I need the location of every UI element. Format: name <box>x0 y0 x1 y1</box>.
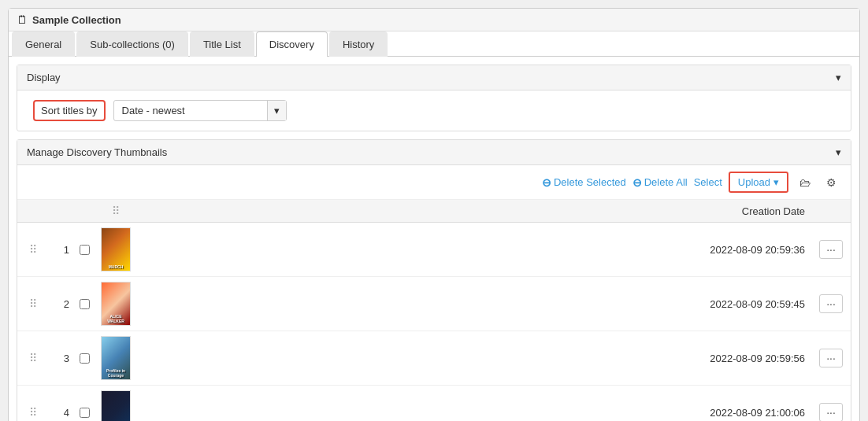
row-drag-handle[interactable]: ⠿ <box>17 243 49 256</box>
row-number: 3 <box>49 353 72 364</box>
row-drag-handle[interactable]: ⠿ <box>17 352 49 364</box>
row-number: 2 <box>49 298 72 310</box>
upload-button[interactable]: Upload ▾ <box>729 172 788 193</box>
drag-dots-icon: ⠿ <box>96 205 135 217</box>
row-checkbox[interactable] <box>72 245 96 255</box>
sort-row: Sort titles by Date - newest ▾ <box>33 100 835 121</box>
book-cover-image: Profiles in Courage <box>101 336 131 380</box>
delete-all-button[interactable]: ⊖ Delete All <box>632 176 688 189</box>
col-thumb: ⠿ <box>96 205 135 217</box>
row-more-button[interactable]: ··· <box>819 240 843 259</box>
sort-select[interactable]: Date - newest ▾ <box>113 100 287 121</box>
sort-label: Sort titles by <box>33 100 106 121</box>
row-thumbnail: ALICE WALKER <box>96 280 135 327</box>
settings-icon[interactable]: ⚙ <box>822 173 841 192</box>
row-number: 4 <box>49 407 72 419</box>
tab-discovery[interactable]: Discovery <box>256 31 328 57</box>
table-row: ⠿ 2 ALICE WALKER 2022-08-09 20:59:45 ··· <box>17 277 851 331</box>
book-cover-image: Sophie's Choice <box>101 390 131 421</box>
display-section-body: Sort titles by Date - newest ▾ <box>17 90 851 131</box>
row-checkbox[interactable] <box>72 299 96 309</box>
row-drag-handle[interactable]: ⠿ <box>17 297 49 310</box>
row-number: 1 <box>49 244 72 256</box>
row-thumbnail: Sophie's Choice <box>96 389 135 421</box>
delete-selected-icon: ⊖ <box>542 176 551 189</box>
display-chevron-icon: ▾ <box>836 72 841 83</box>
main-window: 🗒 Sample Collection General Sub-collecti… <box>8 8 860 421</box>
table-header: ⠿ Creation Date <box>17 200 851 223</box>
select-button[interactable]: Select <box>694 176 722 188</box>
display-section-header[interactable]: Display ▾ <box>17 65 851 90</box>
thumbnails-toolbar: ⊖ Delete Selected ⊖ Delete All Select Up… <box>17 165 851 200</box>
book-cover-image: ALICE WALKER <box>101 282 131 326</box>
row-actions: ··· <box>811 240 851 259</box>
tab-title-list[interactable]: Title List <box>190 31 254 57</box>
row-more-button[interactable]: ··· <box>819 349 843 367</box>
sort-dropdown-btn[interactable]: ▾ <box>267 101 286 120</box>
col-header-date: Creation Date <box>670 205 811 217</box>
row-creation-date: 2022-08-09 20:59:56 <box>670 353 811 364</box>
row-creation-date: 2022-08-09 20:59:45 <box>670 298 811 310</box>
collection-icon: 🗒 <box>17 13 28 26</box>
row-checkbox[interactable] <box>72 353 96 364</box>
book-cover-image: MARCH <box>101 227 131 271</box>
display-section-title: Display <box>27 72 61 83</box>
delete-selected-button[interactable]: ⊖ Delete Selected <box>542 176 626 189</box>
row-actions: ··· <box>811 349 851 367</box>
table-row: ⠿ 1 MARCH 2022-08-09 20:59:36 ··· <box>17 223 851 277</box>
row-creation-date: 2022-08-09 21:00:06 <box>670 407 811 419</box>
tab-bar: General Sub-collections (0) Title List D… <box>9 31 859 57</box>
thumbnails-section-header[interactable]: Manage Discovery Thumbnails ▾ <box>17 140 851 165</box>
tab-history[interactable]: History <box>329 31 388 57</box>
row-more-button[interactable]: ··· <box>819 403 843 421</box>
row-actions: ··· <box>811 294 851 313</box>
row-drag-handle[interactable]: ⠿ <box>17 406 49 419</box>
title-bar: 🗒 Sample Collection <box>9 9 859 31</box>
row-thumbnail: Profiles in Courage <box>96 334 135 382</box>
tab-general[interactable]: General <box>12 31 75 57</box>
table-row: ⠿ 3 Profiles in Courage 2022-08-09 20:59… <box>17 331 851 386</box>
table-body: ⠿ 1 MARCH 2022-08-09 20:59:36 ··· ⠿ 2 AL… <box>17 223 851 421</box>
row-more-button[interactable]: ··· <box>819 294 843 313</box>
upload-chevron-icon: ▾ <box>773 176 779 188</box>
thumbnails-section: Manage Discovery Thumbnails ▾ ⊖ Delete S… <box>17 139 851 421</box>
display-section: Display ▾ Sort titles by Date - newest ▾ <box>17 65 851 131</box>
sort-select-value: Date - newest <box>114 101 267 120</box>
row-actions: ··· <box>811 403 851 421</box>
delete-all-icon: ⊖ <box>632 176 642 189</box>
tab-content: Display ▾ Sort titles by Date - newest ▾… <box>9 65 859 421</box>
row-thumbnail: MARCH <box>96 226 135 273</box>
row-checkbox[interactable] <box>72 408 96 418</box>
export-icon[interactable]: 🗁 <box>795 173 815 192</box>
thumbnails-chevron-icon: ▾ <box>836 146 841 158</box>
table-row: ⠿ 4 Sophie's Choice 2022-08-09 21:00:06 … <box>17 386 851 421</box>
thumbnails-section-title: Manage Discovery Thumbnails <box>27 146 167 158</box>
window-title: Sample Collection <box>32 14 121 26</box>
tab-sub-collections[interactable]: Sub-collections (0) <box>76 31 188 57</box>
row-creation-date: 2022-08-09 20:59:36 <box>670 244 811 256</box>
